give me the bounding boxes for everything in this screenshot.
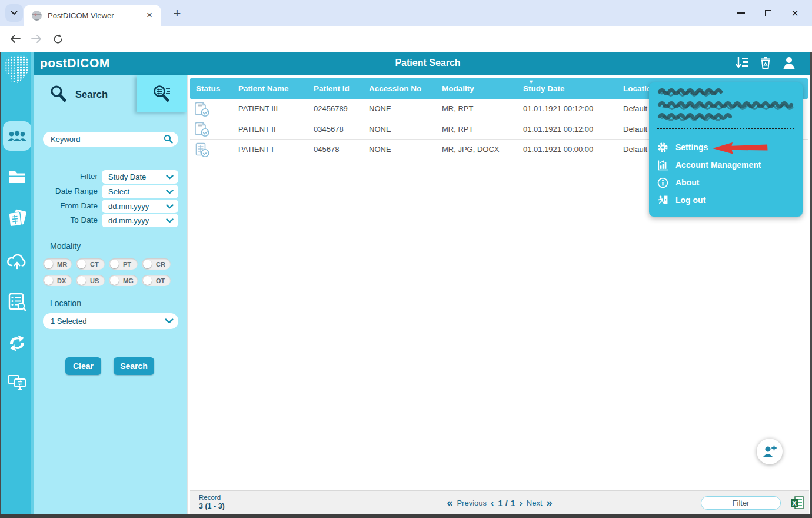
menu-item-log-out[interactable]: Log out — [657, 192, 794, 208]
add-patient-fab[interactable] — [757, 439, 783, 464]
column-accession-no[interactable]: Accession No — [363, 78, 436, 99]
chevron-down-icon — [166, 218, 174, 223]
minimize-button[interactable] — [727, 0, 754, 26]
column-modality[interactable]: Modality — [436, 78, 517, 99]
keyword-input[interactable] — [43, 132, 178, 147]
sidebar-item-upload[interactable] — [0, 248, 34, 274]
cell-patient-name: PATIENT III — [232, 99, 308, 119]
sidebar-item-patient-search[interactable] — [3, 121, 31, 151]
logout-icon — [657, 195, 668, 206]
clear-button[interactable]: Clear — [65, 357, 101, 375]
modality-toggle-dx[interactable]: DX — [43, 275, 72, 286]
to-date-row: To Date dd.mm.yyyy — [34, 214, 187, 227]
chevron-down-icon — [166, 204, 174, 209]
modality-toggle-ct[interactable]: CT — [76, 258, 105, 270]
sidebar-item-dicom-files[interactable] — [0, 206, 34, 232]
next-button[interactable]: Next — [527, 499, 543, 507]
from-date-select[interactable]: dd.mm.yyyy — [102, 200, 178, 213]
modality-toggle-mg[interactable]: MG — [109, 275, 138, 286]
sidebar-item-folders[interactable] — [0, 164, 34, 190]
column-patient-name[interactable]: Patient Name — [232, 78, 308, 99]
tab-basic-search[interactable]: Search — [34, 75, 137, 114]
sort-indicator-icon: ▼ — [528, 79, 534, 85]
cloud-upload-icon — [6, 252, 28, 270]
menu-item-about[interactable]: About — [657, 175, 794, 190]
cell-study-date: 01.01.1921 00:00:00 — [517, 140, 617, 160]
new-tab-button[interactable]: + — [168, 5, 186, 22]
tab-advanced-search[interactable] — [137, 75, 187, 112]
window-edge — [0, 52, 1, 514]
menu-item-account-management[interactable]: Account Management — [657, 157, 794, 172]
from-date-row: From Date dd.mm.yyyy — [34, 200, 187, 213]
sort-download-icon — [734, 55, 750, 71]
user-menu-button[interactable] — [781, 55, 798, 72]
last-page-button[interactable]: » — [547, 497, 553, 509]
to-date-label: To Date — [70, 215, 98, 224]
modality-toggle-ot[interactable]: OT — [142, 275, 171, 286]
date-range-label: Date Range — [55, 187, 98, 195]
folder-icon — [8, 169, 26, 184]
location-select[interactable]: 1 Selected — [43, 313, 178, 329]
maximize-button[interactable] — [754, 0, 781, 26]
modality-option-label: CR — [156, 261, 165, 268]
previous-button[interactable]: Previous — [457, 499, 487, 507]
cell-patient-id: 0345678 — [308, 119, 363, 140]
filter-row: Filter Study Date — [34, 170, 187, 184]
search-button[interactable]: Search — [114, 357, 154, 375]
sidebar-item-screen-share[interactable] — [0, 370, 34, 396]
reload-icon — [53, 34, 63, 44]
next-arrow-button[interactable]: › — [520, 498, 523, 509]
close-button[interactable]: × — [781, 0, 808, 26]
tab-close-icon[interactable]: × — [144, 9, 155, 21]
modality-toggle-pt[interactable]: PT — [109, 258, 138, 270]
modality-toggle-cr[interactable]: CR — [142, 258, 171, 270]
sidebar-item-sync[interactable] — [0, 330, 34, 356]
back-button[interactable] — [7, 31, 24, 47]
menu-item-label: About — [675, 178, 699, 187]
to-date-select[interactable]: dd.mm.yyyy — [102, 214, 178, 227]
first-page-button[interactable]: « — [447, 497, 452, 509]
svg-text:X: X — [792, 500, 797, 507]
filter-select[interactable]: Study Date — [102, 170, 178, 184]
browser-tab[interactable]: PostDICOM Viewer × — [24, 5, 161, 26]
menu-separator — [657, 128, 794, 129]
modality-option-label: CT — [90, 261, 99, 268]
cell-modality: MR, JPG, DOCX — [436, 140, 517, 160]
toggle-knob — [110, 260, 119, 268]
tab-search-button[interactable] — [5, 4, 23, 22]
keyword-search-icon[interactable] — [164, 134, 173, 146]
cell-accession-no: NONE — [363, 99, 436, 119]
site-favicon-icon — [32, 11, 42, 21]
toggle-knob — [143, 260, 152, 268]
tab-title: PostDICOM Viewer — [48, 11, 144, 20]
export-excel-button[interactable]: X — [790, 496, 804, 512]
user-icon — [781, 55, 797, 71]
page-indicator: 1 / 1 — [498, 498, 515, 508]
toggle-knob — [44, 276, 53, 285]
previous-arrow-button[interactable]: ‹ — [491, 498, 494, 509]
modality-option-label: MR — [57, 261, 67, 268]
date-range-row: Date Range Select — [34, 185, 187, 198]
browser-toolbar: germany.postdicom.com/Viewer/Main Guest — [0, 26, 812, 52]
modality-toggle-mr[interactable]: MR — [43, 258, 72, 270]
minimize-icon — [737, 12, 745, 14]
modality-toggle-us[interactable]: US — [76, 275, 105, 286]
forward-arrow-icon — [31, 35, 42, 43]
date-range-select[interactable]: Select — [102, 185, 178, 198]
filter-button[interactable]: Filter — [701, 496, 781, 510]
recycle-bin-button[interactable] — [758, 55, 774, 72]
column-patient-id[interactable]: Patient Id — [308, 78, 363, 99]
download-queue-button[interactable] — [734, 55, 751, 72]
modality-label: Modality — [50, 241, 81, 251]
gear-icon — [657, 142, 668, 153]
column-status[interactable]: Status — [190, 78, 232, 99]
document-report-icon — [195, 142, 210, 158]
worklist-search-icon — [8, 293, 26, 311]
menu-item-label: Log out — [675, 195, 705, 205]
reload-button[interactable] — [49, 31, 66, 47]
info-icon — [657, 177, 668, 188]
trash-recycle-icon — [758, 55, 773, 71]
sidebar-item-worklist[interactable] — [0, 289, 34, 315]
cell-accession-no: NONE — [363, 119, 436, 140]
forward-button[interactable] — [28, 31, 45, 47]
